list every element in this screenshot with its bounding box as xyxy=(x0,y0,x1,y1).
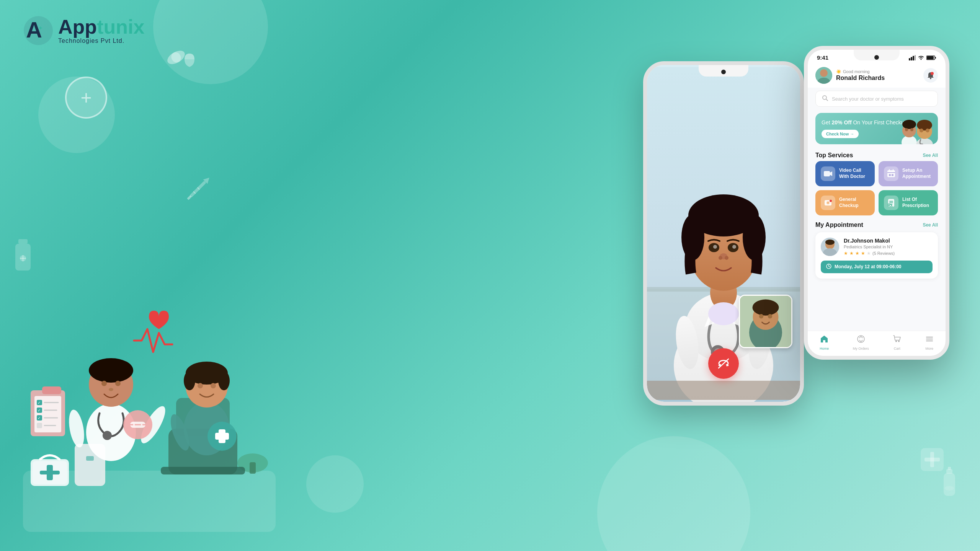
svg-point-22 xyxy=(20,255,26,261)
service-video-call[interactable]: Video CallWith Doctor xyxy=(815,161,875,186)
svg-rect-36 xyxy=(40,471,60,474)
logo-text: Apptunix xyxy=(58,17,144,37)
back-camera xyxy=(721,70,726,74)
medicine-bottle-deco xyxy=(11,237,34,285)
video-call-phone xyxy=(643,61,804,406)
svg-rect-64 xyxy=(42,386,61,394)
stars-row: ★ ★ ★ ★ ★ (5 Reviews) xyxy=(844,251,933,256)
doctor-avatar xyxy=(821,238,839,256)
header-left: ☀️ Good morning Ronald Richards xyxy=(815,67,885,84)
search-placeholder: Search your doctor or symptoms xyxy=(832,96,904,102)
appointment-see-all[interactable]: See All xyxy=(923,222,938,228)
svg-point-159 xyxy=(825,240,835,245)
doctor-info: Dr.Johnson Makol Pediatrics Specialist i… xyxy=(844,238,933,256)
notification-bell[interactable] xyxy=(923,68,938,83)
logo-icon: A + xyxy=(23,15,54,46)
svg-rect-39 xyxy=(86,456,94,461)
cart-icon xyxy=(893,335,901,345)
nav-more[interactable]: More xyxy=(925,335,934,350)
svg-line-129 xyxy=(826,99,828,101)
logo-subtitle: Technologies Pvt Ltd. xyxy=(58,37,144,44)
appointment-icon-box xyxy=(884,166,898,181)
patient-inner xyxy=(740,296,791,347)
phones-container: 9:41 xyxy=(658,46,949,406)
search-bar[interactable]: Search your doctor or symptoms xyxy=(815,91,938,107)
appointment-icon xyxy=(887,169,896,178)
video-call-screen xyxy=(647,65,800,402)
services-section-header: Top Services See All xyxy=(808,147,946,161)
nav-orders[interactable]: My Orders xyxy=(853,335,869,350)
star-2: ★ xyxy=(849,251,854,256)
user-avatar[interactable] xyxy=(815,67,832,84)
wifi-icon xyxy=(918,55,924,60)
star-3: ★ xyxy=(855,251,859,256)
svg-point-48 xyxy=(184,371,195,390)
svg-rect-83 xyxy=(219,429,225,443)
svg-point-51 xyxy=(211,383,216,388)
nav-cart-label: Cart xyxy=(894,347,900,350)
svg-line-19 xyxy=(198,187,200,190)
sanitizer-deco xyxy=(938,465,961,505)
greeting-sub: ☀️ Good morning xyxy=(836,69,885,74)
svg-point-166 xyxy=(898,341,900,342)
end-call-button[interactable] xyxy=(708,348,739,379)
more-icon xyxy=(925,335,934,345)
battery-icon xyxy=(926,55,936,60)
svg-rect-117 xyxy=(911,57,912,60)
svg-point-55 xyxy=(89,358,133,383)
services-see-all[interactable]: See All xyxy=(923,153,938,158)
svg-rect-71 xyxy=(37,423,42,428)
svg-point-139 xyxy=(926,129,929,132)
nav-home[interactable]: Home xyxy=(820,335,829,350)
bottom-nav: Home My Orders xyxy=(808,331,946,356)
svg-point-134 xyxy=(910,128,913,131)
app-content: Search your doctor or symptoms Get 20% O… xyxy=(808,88,946,356)
service-prescription[interactable]: Rx List OfPrescription xyxy=(879,190,938,215)
svg-point-104 xyxy=(725,256,728,260)
svg-point-114 xyxy=(768,314,772,318)
svg-rect-28 xyxy=(944,473,955,496)
star-5: ★ xyxy=(867,251,871,256)
svg-point-112 xyxy=(753,300,779,316)
svg-rect-141 xyxy=(824,171,830,176)
svg-point-151 xyxy=(830,200,832,202)
syringe-deco xyxy=(185,174,214,204)
svg-point-137 xyxy=(917,120,932,130)
service-checkup[interactable]: GeneralCheckup xyxy=(815,190,875,215)
doctor-patient-illustration: ✓ ✓ ✓ xyxy=(0,283,306,551)
service-video-call-label: Video CallWith Doctor xyxy=(839,168,865,179)
svg-rect-21 xyxy=(15,244,31,271)
svg-text:✓: ✓ xyxy=(38,408,41,412)
svg-rect-121 xyxy=(927,56,934,59)
svg-rect-27 xyxy=(924,458,940,461)
check-now-button[interactable]: Check Now → xyxy=(822,130,859,138)
svg-rect-25 xyxy=(921,448,944,471)
promo-banner[interactable]: Get 20% Off On Your First Checkup Check … xyxy=(815,113,938,144)
star-4: ★ xyxy=(861,251,865,256)
appointment-title: My Appointment xyxy=(815,222,863,228)
nav-cart[interactable]: Cart xyxy=(893,335,901,350)
service-appointment[interactable]: Setup AnAppointment xyxy=(879,161,938,186)
svg-point-105 xyxy=(708,302,739,325)
med-box-deco xyxy=(919,446,946,474)
appointment-card[interactable]: Dr.Johnson Makol Pediatrics Specialist i… xyxy=(815,232,938,279)
doctor-row: Dr.Johnson Makol Pediatrics Specialist i… xyxy=(821,238,933,256)
svg-point-133 xyxy=(905,128,908,131)
svg-line-18 xyxy=(193,191,196,194)
banner-highlight: 20% Off xyxy=(831,119,851,126)
svg-rect-26 xyxy=(930,452,934,467)
app-phone: 9:41 xyxy=(804,46,949,360)
svg-point-165 xyxy=(895,341,897,342)
svg-text:✓: ✓ xyxy=(38,401,41,405)
svg-point-61 xyxy=(67,409,87,449)
svg-point-56 xyxy=(101,381,107,386)
svg-rect-144 xyxy=(889,174,891,176)
front-camera xyxy=(874,55,879,60)
svg-rect-30 xyxy=(948,467,951,470)
svg-rect-108 xyxy=(647,381,800,400)
checkup-icon-box xyxy=(821,196,835,210)
appointment-time-bar: Monday, July 12 at 09:00-06:00 xyxy=(821,261,933,273)
star-1: ★ xyxy=(844,251,848,256)
svg-point-135 xyxy=(916,138,933,144)
svg-rect-122 xyxy=(935,57,936,59)
